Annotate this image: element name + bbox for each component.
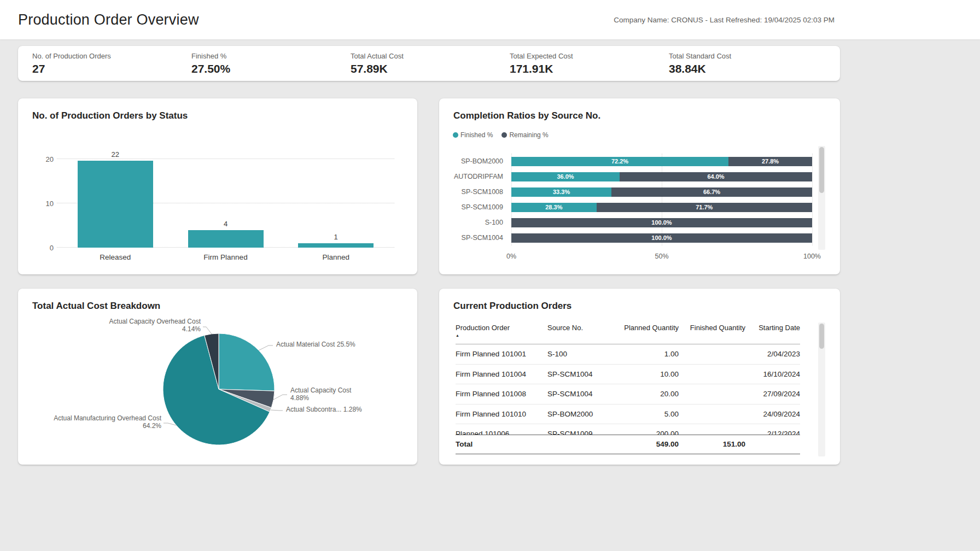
bar-segment-finished[interactable]: 28.3% [511, 203, 597, 212]
x-axis-label: Planned [281, 253, 391, 261]
column-header-finished-quantity[interactable]: Finished Quantity [679, 323, 745, 344]
table-cell: 1.00 [614, 344, 679, 364]
stacked-bar-row: SP-SCM100928.3%71.7% [511, 200, 812, 215]
kpi-total-standard-cost: Total Standard Cost 38.84K [669, 52, 828, 81]
legend-swatch-remaining-icon [501, 132, 507, 138]
column-header-starting-date[interactable]: Starting Date [745, 323, 800, 344]
bar-segment-remaining[interactable]: 66.7% [611, 187, 812, 197]
table-row[interactable]: Firm Planned 101001S-1001.002/04/2023 [456, 344, 800, 365]
column-header-label: Planned Quantity [624, 324, 679, 332]
bar-chart-plot-area: 010202241ReleasedFirm PlannedPlanned [60, 150, 391, 248]
table-cell: Firm Planned 101010 [456, 405, 547, 424]
x-axis-label: 50% [655, 253, 668, 260]
category-label: SP-BOM2000 [443, 157, 503, 165]
total-cell: 549.00 [614, 435, 679, 454]
segment-value-label: 33.3% [553, 189, 570, 195]
segment-value-label: 36.0% [557, 173, 574, 180]
bar[interactable] [188, 230, 264, 248]
bar-segment-remaining[interactable]: 71.7% [597, 203, 812, 212]
y-axis-label: 0 [32, 244, 54, 252]
bar-column-planned: 1 [281, 150, 391, 248]
bar-segment-finished[interactable]: 33.3% [511, 187, 611, 197]
category-label: S-100 [443, 219, 503, 226]
scrollbar[interactable] [818, 323, 825, 456]
category-label: SP-SCM1008 [443, 188, 503, 196]
segment-value-label: 66.7% [703, 189, 720, 195]
table-row[interactable]: Firm Planned 101010SP-BOM20005.0024/09/2… [456, 405, 800, 425]
sort-ascending-icon: ▲ [456, 333, 547, 337]
table-body: Firm Planned 101001S-1001.002/04/2023Fir… [456, 344, 800, 435]
table-cell: Planned 101006 [456, 424, 547, 435]
table-cell: 24/09/2024 [745, 405, 800, 424]
segment-value-label: 71.7% [696, 204, 713, 210]
table-cell: 10.00 [614, 365, 679, 384]
scrollbar-thumb[interactable] [819, 324, 824, 349]
category-label: SP-SCM1004 [443, 234, 503, 242]
orders-table: Production Order▲Source No.Planned Quant… [456, 323, 800, 454]
bar-segment-remaining[interactable]: 100.0% [511, 233, 812, 243]
pie-slice-label: Actual Material Cost 25.5% [276, 341, 355, 349]
stacked-bar: 100.0% [511, 233, 812, 243]
kpi-label: Total Expected Cost [510, 52, 669, 60]
table-cell: Firm Planned 101008 [456, 384, 547, 404]
bar-segment-remaining[interactable]: 100.0% [511, 218, 812, 227]
kpi-label: No. of Production Orders [32, 52, 191, 60]
scrollbar-thumb[interactable] [819, 147, 824, 193]
segment-value-label: 64.0% [707, 173, 724, 180]
column-header-planned-quantity[interactable]: Planned Quantity [614, 323, 679, 344]
page-title: Production Order Overview [18, 11, 199, 28]
kpi-value: 27 [32, 62, 191, 75]
pie-label-line: Actual Material Cost 25.5% [276, 341, 355, 349]
legend-label: Remaining % [509, 131, 548, 139]
bar-segment-finished[interactable]: 36.0% [511, 172, 620, 181]
chart-title: No. of Production Orders by Status [18, 98, 417, 121]
kpi-value: 38.84K [669, 62, 828, 75]
legend-swatch-finished-icon [453, 132, 458, 138]
x-axis-label: 100% [803, 253, 821, 260]
segment-value-label: 100.0% [651, 219, 672, 226]
bar-column-released: 22 [60, 150, 171, 248]
table-row[interactable]: Firm Planned 101004SP-SCM100410.0016/10/… [456, 365, 800, 385]
stacked-bar-row: SP-SCM100833.3%66.7% [511, 184, 812, 200]
table-row[interactable]: Firm Planned 101008SP-SCM100420.0027/09/… [456, 384, 800, 405]
category-label: SP-SCM1009 [443, 203, 503, 211]
table-cell [679, 384, 745, 404]
column-header-production-order[interactable]: Production Order▲ [456, 323, 547, 344]
table-cell [679, 405, 745, 424]
stacked-bar: 100.0% [511, 218, 812, 227]
table-row[interactable]: Planned 101006SP-SCM1009200.002/12/2024 [456, 424, 800, 435]
table-cell: 5.00 [614, 405, 679, 424]
pie-label-line: Actual Capacity Overhead Cost [109, 318, 201, 326]
table-cell: SP-SCM1004 [547, 365, 614, 384]
chart-title: Completion Ratios by Source No. [439, 98, 840, 121]
bar[interactable] [298, 243, 374, 248]
table-cell: 2/12/2024 [745, 424, 800, 435]
kpi-total-actual-cost: Total Actual Cost 57.89K [351, 52, 510, 81]
table-cell: SP-SCM1009 [547, 424, 614, 435]
bar-segment-finished[interactable]: 72.2% [511, 157, 728, 166]
table-cell [679, 365, 745, 384]
scrollbar[interactable] [818, 146, 825, 250]
current-orders-table-card: Current Production Orders Production Ord… [439, 289, 840, 465]
bar-segment-remaining[interactable]: 64.0% [620, 172, 812, 181]
table-cell: Firm Planned 101001 [456, 344, 547, 364]
company-info: Company Name: CRONUS - Last Refreshed: 1… [614, 16, 835, 24]
column-header-source-no-[interactable]: Source No. [547, 323, 614, 344]
kpi-label: Finished % [191, 52, 351, 60]
legend-item-remaining[interactable]: Remaining % [501, 131, 548, 139]
column-header-label: Finished Quantity [690, 324, 745, 332]
column-header-label: Production Order [456, 324, 510, 332]
table-cell: SP-BOM2000 [547, 405, 614, 424]
table-header-row: Production Order▲Source No.Planned Quant… [456, 323, 800, 344]
pie-label-line: Actual Manufacturing Overhead Cost [54, 415, 161, 423]
table-cell: 20.00 [614, 384, 679, 404]
x-axis-labels: 0%50%100% [511, 245, 812, 262]
pie-slice-label: Actual Capacity Cost4.88% [290, 387, 351, 402]
bar[interactable] [78, 161, 153, 248]
bar-segment-remaining[interactable]: 27.8% [728, 157, 812, 166]
pie-label-line: 64.2% [54, 423, 161, 430]
legend-item-finished[interactable]: Finished % [453, 131, 493, 139]
table-cell: 27/09/2024 [745, 384, 800, 404]
stacked-bar: 28.3%71.7% [511, 203, 812, 212]
column-header-label: Source No. [547, 324, 583, 332]
